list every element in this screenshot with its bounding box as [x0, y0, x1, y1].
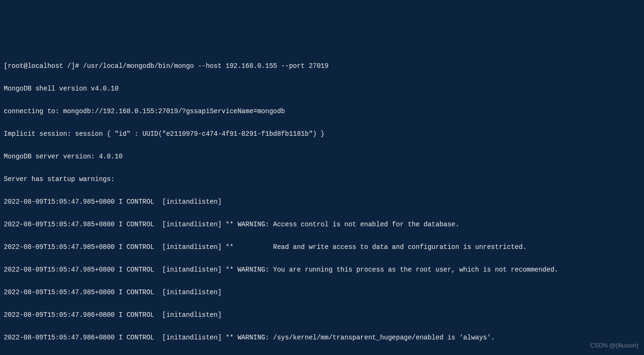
terminal-output[interactable]: [root@localhost /]# /usr/local/mongodb/b…	[4, 49, 640, 355]
terminal-line: connecting to: mongodb://192.168.0.155:2…	[4, 106, 640, 117]
terminal-line: 2022-08-09T15:05:47.986+0800 I CONTROL […	[4, 332, 640, 343]
terminal-line: 2022-08-09T15:05:47.985+0800 I CONTROL […	[4, 219, 640, 230]
watermark-text: CSDN @(illusion)	[590, 340, 638, 351]
terminal-line: MongoDB shell version v4.0.10	[4, 83, 640, 94]
terminal-line: Server has startup warnings:	[4, 173, 640, 185]
terminal-line: 2022-08-09T15:05:47.986+0800 I CONTROL […	[4, 309, 640, 321]
terminal-line: 2022-08-09T15:05:47.985+0800 I CONTROL […	[4, 241, 640, 253]
terminal-line: 2022-08-09T15:05:47.985+0800 I CONTROL […	[4, 287, 640, 298]
terminal-line: Implicit session: session { "id" : UUID(…	[4, 128, 640, 140]
terminal-line: 2022-08-09T15:05:47.985+0800 I CONTROL […	[4, 264, 640, 275]
terminal-line: [root@localhost /]# /usr/local/mongodb/b…	[4, 60, 640, 72]
terminal-line: 2022-08-09T15:05:47.985+0800 I CONTROL […	[4, 196, 640, 207]
terminal-line: MongoDB server version: 4.0.10	[4, 151, 640, 162]
